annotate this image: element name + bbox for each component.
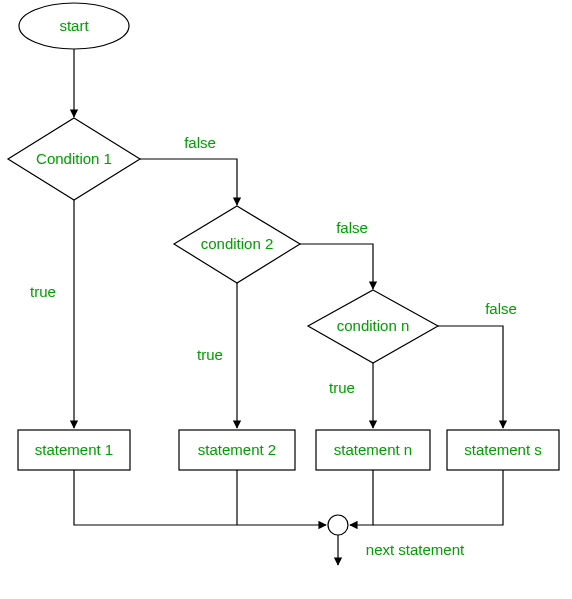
edge-stmt1-merge	[74, 470, 326, 525]
edge-cond1-cond2	[140, 159, 237, 205]
condition-2-label: condition 2	[201, 235, 274, 252]
statement-n-node: statement n	[316, 430, 430, 470]
true-label-n: true	[329, 379, 355, 396]
statement-s-label: statement s	[464, 441, 542, 458]
start-label: start	[59, 17, 89, 34]
condition-1-node: Condition 1	[8, 118, 140, 200]
true-label-2: true	[197, 346, 223, 363]
flowchart-diagram: start Condition 1 true false condition 2…	[0, 0, 572, 599]
statement-2-label: statement 2	[198, 441, 276, 458]
false-label-1: false	[184, 134, 216, 151]
condition-1-label: Condition 1	[36, 150, 112, 167]
edge-stmts-merge	[373, 470, 503, 525]
false-label-n: false	[485, 300, 517, 317]
false-label-2: false	[336, 219, 368, 236]
statement-n-label: statement n	[334, 441, 412, 458]
condition-n-node: condition n	[308, 290, 438, 363]
edge-cond2-condn	[300, 244, 373, 289]
statement-2-node: statement 2	[179, 430, 295, 470]
condition-n-label: condition n	[337, 317, 410, 334]
merge-node	[328, 515, 348, 535]
start-node: start	[19, 3, 129, 49]
next-statement-label: next statement	[366, 541, 465, 558]
condition-2-node: condition 2	[174, 206, 300, 283]
statement-s-node: statement s	[447, 430, 559, 470]
statement-1-node: statement 1	[18, 430, 130, 470]
true-label-1: true	[30, 283, 56, 300]
statement-1-label: statement 1	[35, 441, 113, 458]
edge-condn-stmts	[438, 326, 503, 428]
edge-stmtn-merge	[350, 470, 373, 525]
